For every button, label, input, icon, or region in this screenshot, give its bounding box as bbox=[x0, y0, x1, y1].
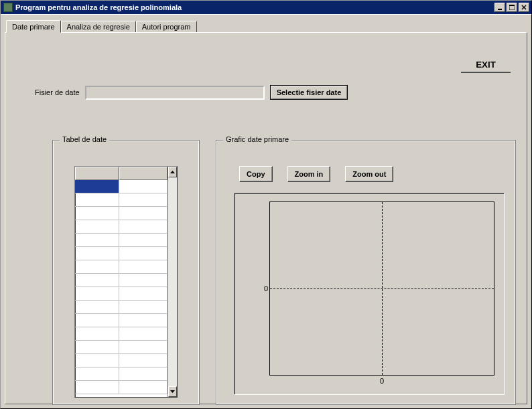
cell[interactable] bbox=[119, 274, 168, 287]
table-row[interactable] bbox=[75, 207, 168, 220]
cell[interactable] bbox=[119, 354, 168, 367]
scroll-up-button[interactable] bbox=[168, 167, 177, 177]
cell[interactable] bbox=[75, 314, 119, 327]
tab-label: Autori program bbox=[142, 23, 191, 31]
cell[interactable] bbox=[119, 234, 168, 246]
cell[interactable] bbox=[119, 327, 168, 340]
table-row[interactable] bbox=[75, 341, 168, 354]
exit-button[interactable]: EXIT bbox=[461, 57, 511, 73]
grid-header-row bbox=[75, 167, 168, 180]
minimize-button[interactable] bbox=[494, 3, 505, 12]
cell[interactable] bbox=[119, 220, 168, 233]
cell[interactable] bbox=[119, 260, 168, 273]
maximize-icon bbox=[509, 5, 515, 10]
group-grafic-date: Grafic date primare Copy Zoom in Zoom ou… bbox=[216, 140, 516, 405]
table-row[interactable] bbox=[75, 180, 168, 193]
table-row[interactable] bbox=[75, 381, 168, 394]
grafic-button-row: Copy Zoom in Zoom out bbox=[239, 166, 393, 182]
file-label: Fisier de date bbox=[35, 88, 80, 96]
cell[interactable] bbox=[75, 234, 119, 246]
window-buttons bbox=[494, 3, 530, 12]
svg-marker-6 bbox=[170, 390, 175, 393]
tab-analiza[interactable]: Analiza de regresie bbox=[61, 21, 136, 32]
x-tick-label: 0 bbox=[380, 377, 384, 385]
zoom-in-button[interactable]: Zoom in bbox=[287, 166, 331, 182]
select-file-button-wrap: Selectie fisier date bbox=[270, 85, 348, 100]
title-bar[interactable]: Program pentru analiza de regresie polin… bbox=[1, 1, 531, 14]
table-row[interactable] bbox=[75, 327, 168, 341]
data-grid[interactable] bbox=[74, 166, 178, 398]
cell[interactable] bbox=[75, 274, 119, 287]
client-area: Date primare Analiza de regresie Autori … bbox=[1, 14, 531, 408]
cell[interactable] bbox=[75, 354, 119, 367]
cell[interactable] bbox=[75, 341, 119, 353]
select-file-button[interactable]: Selectie fisier date bbox=[271, 86, 348, 99]
tab-panel: EXIT Fisier de date Selectie fisier date… bbox=[5, 32, 527, 404]
cell[interactable] bbox=[75, 207, 119, 220]
plot-area[interactable] bbox=[269, 201, 494, 376]
chevron-down-icon bbox=[170, 390, 175, 393]
table-row[interactable] bbox=[75, 274, 168, 287]
cell[interactable] bbox=[75, 220, 119, 233]
close-button[interactable] bbox=[519, 3, 529, 12]
cell[interactable] bbox=[119, 193, 168, 206]
table-row[interactable] bbox=[75, 193, 168, 207]
cell[interactable] bbox=[119, 247, 168, 260]
col-header-1[interactable] bbox=[119, 167, 168, 180]
cell[interactable] bbox=[75, 301, 119, 313]
grid-line-vertical bbox=[382, 202, 383, 375]
cell[interactable] bbox=[75, 193, 119, 206]
cell[interactable] bbox=[75, 367, 119, 380]
table-row[interactable] bbox=[75, 260, 168, 274]
cell[interactable] bbox=[119, 207, 168, 220]
app-icon bbox=[3, 3, 13, 12]
table-row[interactable] bbox=[75, 247, 168, 260]
cell-selected[interactable] bbox=[75, 180, 119, 193]
tab-label: Analiza de regresie bbox=[67, 23, 130, 31]
cell[interactable] bbox=[75, 287, 119, 300]
tab-autori[interactable]: Autori program bbox=[136, 21, 197, 32]
svg-rect-2 bbox=[509, 5, 515, 6]
minimize-icon bbox=[497, 5, 503, 10]
exit-row: EXIT bbox=[461, 57, 511, 73]
table-row[interactable] bbox=[75, 367, 168, 381]
table-row[interactable] bbox=[75, 220, 168, 234]
zoom-out-button[interactable]: Zoom out bbox=[345, 166, 393, 182]
cell[interactable] bbox=[119, 381, 168, 394]
cell[interactable] bbox=[119, 301, 168, 313]
table-row[interactable] bbox=[75, 301, 168, 314]
maximize-button[interactable] bbox=[507, 3, 517, 12]
svg-marker-5 bbox=[170, 171, 175, 173]
cell[interactable] bbox=[119, 287, 168, 300]
group-tabel-date: Tabel de date bbox=[52, 140, 200, 405]
tabs-row: Date primare Analiza de regresie Autori … bbox=[6, 19, 527, 32]
cell[interactable] bbox=[119, 367, 168, 380]
app-window: Program pentru analiza de regresie polin… bbox=[0, 0, 532, 409]
grid-scrollbar[interactable] bbox=[168, 167, 177, 397]
table-row[interactable] bbox=[75, 234, 168, 247]
table-row[interactable] bbox=[75, 287, 168, 301]
close-icon bbox=[521, 5, 527, 10]
cell[interactable] bbox=[119, 314, 168, 327]
plot-panel: 0 0 bbox=[234, 193, 505, 395]
cell[interactable] bbox=[119, 341, 168, 353]
scroll-track[interactable] bbox=[168, 177, 177, 386]
tab-date-primare[interactable]: Date primare bbox=[6, 20, 61, 33]
cell[interactable] bbox=[119, 180, 168, 193]
y-tick-label: 0 bbox=[264, 284, 268, 293]
tab-label: Date primare bbox=[12, 23, 55, 31]
file-path-input[interactable] bbox=[85, 86, 265, 100]
table-row[interactable] bbox=[75, 314, 168, 327]
cell[interactable] bbox=[75, 247, 119, 260]
grid-body bbox=[75, 167, 168, 397]
chevron-up-icon bbox=[170, 171, 175, 173]
copy-button[interactable]: Copy bbox=[239, 166, 273, 182]
cell[interactable] bbox=[75, 381, 119, 394]
cell[interactable] bbox=[75, 327, 119, 340]
table-row[interactable] bbox=[75, 354, 168, 367]
group-legend: Tabel de date bbox=[60, 135, 109, 143]
cell[interactable] bbox=[75, 260, 119, 273]
scroll-down-button[interactable] bbox=[168, 386, 177, 397]
col-header-0[interactable] bbox=[75, 167, 119, 180]
group-legend: Grafic date primare bbox=[223, 135, 291, 143]
